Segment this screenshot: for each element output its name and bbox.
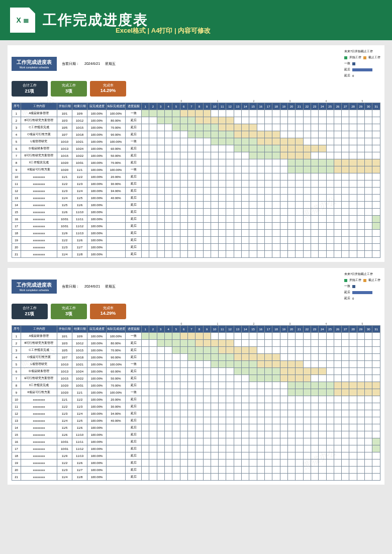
gantt-cell: [157, 410, 164, 417]
gantt-cell: [195, 347, 203, 354]
gantt-cell: [365, 145, 372, 152]
gantt-cell: [280, 459, 287, 467]
gantt-cell: [242, 110, 249, 117]
day-header: 22: [303, 326, 311, 333]
gantt-cell: [234, 223, 241, 230]
cell-target: 100.00%: [87, 244, 107, 251]
gantt-cell: [242, 361, 249, 368]
cell-content: O项目可行性方案: [21, 131, 57, 138]
gantt-cell: [303, 375, 311, 382]
gantt-cell: [203, 417, 211, 424]
gantt-cell: [157, 124, 164, 131]
gantt-cell: [349, 368, 357, 375]
title-cn: 工作完成进度表: [17, 282, 52, 289]
cell-seq: 14: [12, 202, 21, 209]
gantt-cell: [272, 368, 280, 375]
gantt-cell: [334, 237, 341, 244]
gantt-cell: [180, 438, 187, 445]
cell-remind: 延后: [126, 230, 142, 237]
gantt-cell: [234, 216, 241, 223]
gantt-cell: [142, 152, 149, 159]
gantt-cell: [272, 180, 280, 188]
gantt-cell: [149, 173, 157, 180]
cell-content: xxxxxxxx: [21, 230, 57, 237]
gantt-cell: [249, 145, 257, 152]
gantt-cell: [149, 354, 157, 361]
gantt-cell: [311, 410, 318, 417]
gantt-cell: [342, 195, 349, 202]
gantt-cell: [319, 166, 326, 173]
gantt-cell: [280, 431, 287, 438]
cell-target: 100.00%: [87, 131, 107, 138]
cell-seq: 20: [12, 244, 21, 251]
gantt-cell: [187, 438, 195, 445]
gantt-cell: [319, 452, 326, 459]
gantt-cell: [303, 216, 311, 223]
gantt-cell: [334, 382, 341, 389]
gantt-cell: [311, 110, 318, 117]
gantt-cell: [203, 244, 211, 251]
table-row: 3C工作报表完成10/510/15100.00%70.00%延后: [12, 124, 380, 131]
day-header: 31: [372, 326, 380, 333]
gantt-cell: [272, 131, 280, 138]
gantt-cell: [334, 368, 341, 375]
day-header: 4: [164, 103, 172, 110]
gantt-cell: [319, 424, 326, 431]
gantt-cell: [296, 417, 303, 424]
cell-start: 11/2: [57, 237, 72, 244]
gantt-cell: [180, 202, 187, 209]
cell-end: 10/9: [72, 333, 87, 340]
gantt-cell: [234, 159, 241, 166]
gantt-cell: [349, 431, 357, 438]
gantt-cell: [349, 131, 357, 138]
gantt-cell: [249, 417, 257, 424]
legend-header: 未来7日开始截止工作: [344, 49, 380, 54]
table-row: 9K项目可行性方案10/2011/1100.00%100.00%一致: [12, 389, 380, 396]
cell-target: 100.00%: [87, 152, 107, 159]
gantt-cell: [365, 467, 372, 474]
cell-remind: 延后: [126, 347, 142, 354]
gantt-cell: [219, 152, 226, 159]
day-header: 30: [365, 103, 372, 110]
gantt-cell: [142, 223, 149, 230]
gantt-cell: [372, 431, 380, 438]
gantt-cell: [211, 180, 218, 188]
gantt-cell: [265, 347, 272, 354]
gantt-cell: [342, 467, 349, 474]
gantt-cell: [203, 216, 211, 223]
gantt-cell: [226, 166, 234, 173]
gantt-cell: [365, 347, 372, 354]
gantt-cell: [164, 152, 172, 159]
gantt-cell: [219, 459, 226, 467]
gantt-cell: [280, 375, 287, 382]
gantt-cell: [164, 209, 172, 216]
gantt-cell: [219, 361, 226, 368]
gantt-cell: [296, 424, 303, 431]
day-header: 7: [187, 326, 195, 333]
cell-content: O项目可行性方案: [21, 354, 57, 361]
cell-actual: 80.00%: [107, 117, 126, 124]
gantt-cell: [211, 195, 218, 202]
cell-actual: [107, 202, 126, 209]
gantt-cell: [319, 354, 326, 361]
tick: 4: [308, 100, 344, 103]
gantt-cell: [372, 410, 380, 417]
gantt-cell: [187, 375, 195, 382]
title-en: Work completion schedule: [17, 289, 52, 292]
table-row: 15xxxxxxxx11/611/10100.00%延后: [12, 431, 380, 438]
gantt-cell: [172, 396, 180, 403]
gantt-cell: [287, 368, 295, 375]
cell-content: L项管理研究: [21, 361, 57, 368]
cell-seq: 13: [12, 195, 21, 202]
gantt-cell: [334, 474, 341, 481]
gantt-cell: [164, 340, 172, 347]
gantt-cell: [287, 216, 295, 223]
cell-end: 11/8: [72, 251, 87, 258]
gantt-cell: [357, 159, 364, 166]
weekday: 星期五: [105, 61, 116, 66]
gantt-cell: [326, 459, 334, 467]
gantt-cell: [242, 251, 249, 258]
gantt-cell: [287, 445, 295, 452]
gantt-cell: [142, 202, 149, 209]
cell-seq: 16: [12, 216, 21, 223]
